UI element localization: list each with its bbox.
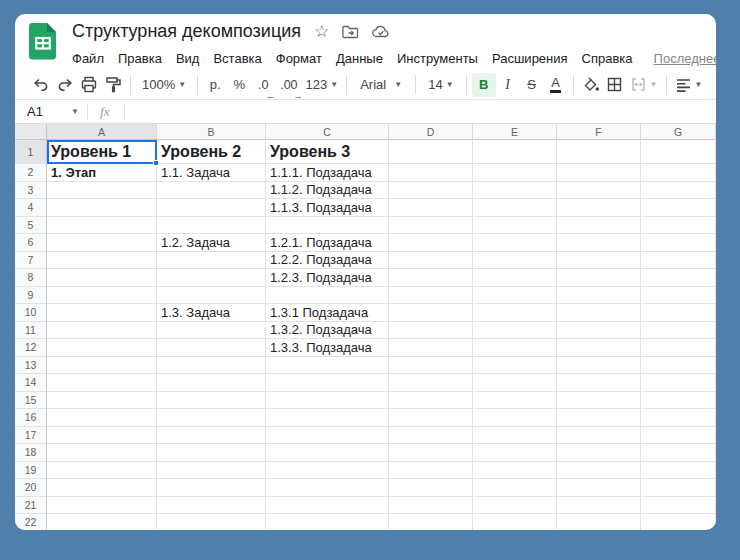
cell-C21[interactable] <box>266 497 389 515</box>
cell-A4[interactable] <box>47 199 157 217</box>
menu-item-вставка[interactable]: Вставка <box>206 48 268 69</box>
row-header-12[interactable]: 12 <box>15 339 47 357</box>
row-header-8[interactable]: 8 <box>15 269 47 287</box>
cell-D6[interactable] <box>389 234 473 252</box>
cell-D14[interactable] <box>389 374 473 392</box>
cell-G21[interactable] <box>641 497 716 515</box>
cell-A3[interactable] <box>47 182 157 200</box>
cell-D10[interactable] <box>389 304 473 322</box>
menu-item-файл[interactable]: Файл <box>65 48 111 69</box>
cell-A14[interactable] <box>47 374 157 392</box>
column-header-D[interactable]: D <box>389 124 473 140</box>
strikethrough-button[interactable]: S <box>520 73 544 97</box>
menu-item-данные[interactable]: Данные <box>329 48 390 69</box>
cell-C3[interactable]: 1.1.2. Подзадача <box>266 182 389 200</box>
cell-E9[interactable] <box>473 287 557 305</box>
cell-B22[interactable] <box>157 514 266 530</box>
column-header-A[interactable]: A <box>47 124 157 140</box>
number-format-select[interactable]: 123▼ <box>303 73 342 97</box>
column-header-F[interactable]: F <box>557 124 641 140</box>
cell-C10[interactable]: 1.3.1 Подзадача <box>266 304 389 322</box>
row-header-6[interactable]: 6 <box>15 234 47 252</box>
cell-D17[interactable] <box>389 427 473 445</box>
cell-G10[interactable] <box>641 304 716 322</box>
increase-decimal-button[interactable]: .00→ <box>275 73 302 97</box>
cell-C19[interactable] <box>266 462 389 480</box>
horizontal-align-button[interactable]: ▼ <box>672 73 706 97</box>
cell-B5[interactable] <box>157 217 266 235</box>
cell-D9[interactable] <box>389 287 473 305</box>
cell-G9[interactable] <box>641 287 716 305</box>
cell-B19[interactable] <box>157 462 266 480</box>
cell-B10[interactable]: 1.3. Задача <box>157 304 266 322</box>
row-header-19[interactable]: 19 <box>15 462 47 480</box>
column-header-C[interactable]: C <box>266 124 389 140</box>
cell-E12[interactable] <box>473 339 557 357</box>
cell-E18[interactable] <box>473 444 557 462</box>
cell-F11[interactable] <box>557 322 641 340</box>
row-header-21[interactable]: 21 <box>15 497 47 515</box>
cell-C2[interactable]: 1.1.1. Подзадача <box>266 164 389 182</box>
cell-F22[interactable] <box>557 514 641 530</box>
row-header-4[interactable]: 4 <box>15 199 47 217</box>
cell-B13[interactable] <box>157 357 266 375</box>
cell-F19[interactable] <box>557 462 641 480</box>
cell-E10[interactable] <box>473 304 557 322</box>
menu-item-вид[interactable]: Вид <box>169 48 207 69</box>
cell-E13[interactable] <box>473 357 557 375</box>
row-header-11[interactable]: 11 <box>15 322 47 340</box>
cell-A2[interactable]: 1. Этап <box>47 164 157 182</box>
cell-G11[interactable] <box>641 322 716 340</box>
cell-C18[interactable] <box>266 444 389 462</box>
cell-B11[interactable] <box>157 322 266 340</box>
menu-item-справка[interactable]: Справка <box>575 48 640 69</box>
cell-G13[interactable] <box>641 357 716 375</box>
cell-C9[interactable] <box>266 287 389 305</box>
cell-B3[interactable] <box>157 182 266 200</box>
cell-C14[interactable] <box>266 374 389 392</box>
cell-G19[interactable] <box>641 462 716 480</box>
cell-B7[interactable] <box>157 252 266 270</box>
star-icon[interactable]: ☆ <box>314 23 329 40</box>
cell-G1[interactable] <box>641 140 716 164</box>
cell-E14[interactable] <box>473 374 557 392</box>
cell-A17[interactable] <box>47 427 157 445</box>
cell-B6[interactable]: 1.2. Задача <box>157 234 266 252</box>
currency-format-button[interactable]: р. <box>203 73 227 97</box>
cell-E2[interactable] <box>473 164 557 182</box>
cell-D5[interactable] <box>389 217 473 235</box>
cell-F1[interactable] <box>557 140 641 164</box>
italic-button[interactable]: I <box>496 73 520 97</box>
cell-C22[interactable] <box>266 514 389 530</box>
cell-G16[interactable] <box>641 409 716 427</box>
cell-F20[interactable] <box>557 479 641 497</box>
borders-button[interactable] <box>603 73 627 97</box>
row-header-3[interactable]: 3 <box>15 182 47 200</box>
font-family-select[interactable]: Arial▼ <box>352 73 410 97</box>
cell-G22[interactable] <box>641 514 716 530</box>
cell-E7[interactable] <box>473 252 557 270</box>
cell-F5[interactable] <box>557 217 641 235</box>
cell-E5[interactable] <box>473 217 557 235</box>
cell-F14[interactable] <box>557 374 641 392</box>
cell-D4[interactable] <box>389 199 473 217</box>
cell-C13[interactable] <box>266 357 389 375</box>
row-header-17[interactable]: 17 <box>15 427 47 445</box>
cell-G18[interactable] <box>641 444 716 462</box>
cell-A22[interactable] <box>47 514 157 530</box>
cell-F18[interactable] <box>557 444 641 462</box>
cell-C6[interactable]: 1.2.1. Подзадача <box>266 234 389 252</box>
cell-E17[interactable] <box>473 427 557 445</box>
cell-A12[interactable] <box>47 339 157 357</box>
cell-E22[interactable] <box>473 514 557 530</box>
cell-B12[interactable] <box>157 339 266 357</box>
cloud-check-icon[interactable] <box>372 25 390 38</box>
cell-A21[interactable] <box>47 497 157 515</box>
cell-A18[interactable] <box>47 444 157 462</box>
cell-G20[interactable] <box>641 479 716 497</box>
cell-F7[interactable] <box>557 252 641 270</box>
zoom-select[interactable]: 100%▼ <box>136 73 192 97</box>
cell-A13[interactable] <box>47 357 157 375</box>
cell-G8[interactable] <box>641 269 716 287</box>
cell-A20[interactable] <box>47 479 157 497</box>
